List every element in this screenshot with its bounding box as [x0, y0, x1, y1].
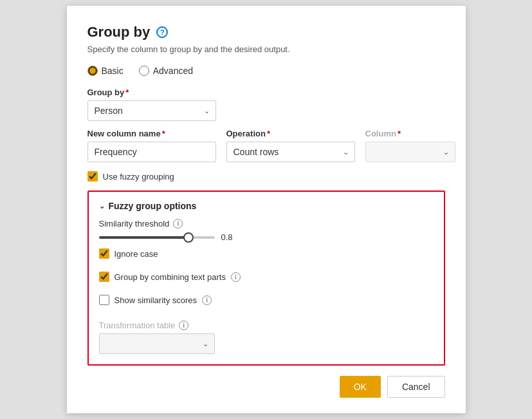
operation-field: Operation* Count rows Sum Average Min Ma…	[226, 129, 355, 162]
group-by-label: Group by*	[87, 88, 445, 97]
operation-label: Operation*	[226, 129, 355, 138]
columns-row: New column name* Operation* Count rows S…	[87, 129, 445, 162]
fuzzy-title-row: ⌄ Fuzzy group options	[99, 201, 434, 211]
radio-basic-label: Basic	[102, 66, 124, 76]
column-select-wrap: ⌄	[365, 142, 455, 162]
similarity-slider[interactable]	[99, 236, 215, 239]
group-by-combining-row: Group by combining text parts i	[99, 272, 434, 282]
similarity-threshold-label: Similarity threshold	[99, 219, 170, 228]
group-by-field: Group by* Person Name Category ⌄	[87, 88, 445, 121]
transformation-table-info-icon[interactable]: i	[179, 321, 188, 330]
operation-select[interactable]: Count rows Sum Average Min Max	[226, 142, 355, 162]
transformation-table-label-row: Transformation table i	[99, 321, 434, 330]
show-similarity-scores-row: Show similarity scores i	[99, 295, 434, 305]
similarity-slider-value: 0.8	[221, 232, 239, 242]
ignore-case-checkbox[interactable]	[99, 248, 109, 259]
group-by-select-wrap: Person Name Category ⌄	[87, 100, 216, 121]
mode-radio-group: Basic Advanced	[87, 66, 445, 76]
cancel-button[interactable]: Cancel	[387, 376, 445, 398]
group-by-combining-info-icon[interactable]: i	[231, 272, 241, 282]
ok-button[interactable]: OK	[340, 376, 381, 398]
dialog-subtitle: Specify the column to group by and the d…	[87, 44, 445, 54]
dialog-title-row: Group by ?	[87, 24, 445, 41]
ignore-case-label[interactable]: Ignore case	[115, 249, 158, 259]
column-label: Column*	[365, 129, 455, 138]
transformation-table-select[interactable]	[99, 333, 215, 354]
transformation-table-label: Transformation table	[99, 321, 176, 330]
new-column-name-label: New column name*	[87, 129, 216, 138]
column-select[interactable]	[365, 142, 455, 162]
radio-advanced-label: Advanced	[153, 66, 193, 76]
operation-select-wrap: Count rows Sum Average Min Max ⌄	[226, 142, 355, 162]
group-by-dialog: Group by ? Specify the column to group b…	[67, 6, 466, 413]
use-fuzzy-checkbox[interactable]	[87, 171, 98, 182]
show-similarity-scores-info-icon[interactable]: i	[202, 295, 212, 305]
dialog-title: Group by	[87, 24, 151, 41]
group-by-combining-checkbox[interactable]	[99, 272, 109, 282]
group-by-select[interactable]: Person Name Category	[87, 100, 216, 121]
column-field: Column* ⌄	[365, 129, 455, 162]
help-icon[interactable]: ?	[156, 26, 168, 38]
radio-basic-input[interactable]	[87, 66, 98, 76]
new-column-name-field: New column name*	[87, 129, 216, 162]
fuzzy-checkboxes: Ignore case Group by combining text part…	[99, 248, 434, 314]
use-fuzzy-label[interactable]: Use fuzzy grouping	[103, 172, 174, 182]
similarity-threshold-info-icon[interactable]: i	[173, 219, 183, 228]
similarity-threshold-label-row: Similarity threshold i	[99, 219, 434, 228]
use-fuzzy-row: Use fuzzy grouping	[87, 171, 445, 182]
ignore-case-row: Ignore case	[99, 248, 434, 259]
slider-row: 0.8	[99, 232, 434, 242]
transformation-table-select-wrap: ⌄	[99, 333, 215, 354]
group-by-combining-label[interactable]: Group by combining text parts	[115, 272, 226, 282]
show-similarity-scores-label[interactable]: Show similarity scores	[115, 295, 197, 305]
collapse-icon[interactable]: ⌄	[99, 202, 105, 210]
fuzzy-title-label: Fuzzy group options	[109, 201, 197, 211]
dialog-footer: OK Cancel	[87, 376, 445, 398]
show-similarity-scores-checkbox[interactable]	[99, 295, 109, 305]
radio-basic[interactable]: Basic	[87, 66, 124, 76]
fuzzy-group-options-box: ⌄ Fuzzy group options Similarity thresho…	[87, 191, 445, 366]
radio-advanced[interactable]: Advanced	[139, 66, 193, 76]
radio-advanced-input[interactable]	[139, 66, 149, 76]
new-column-name-input[interactable]	[87, 142, 216, 162]
